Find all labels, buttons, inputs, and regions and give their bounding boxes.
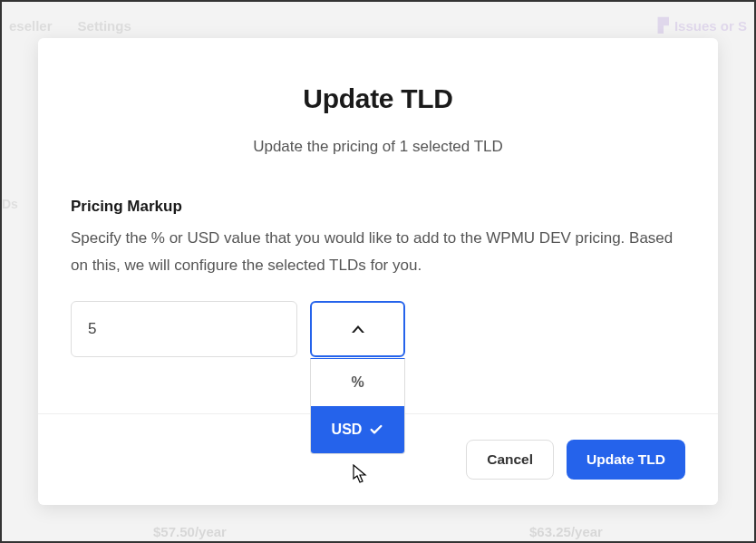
dropdown-option-usd[interactable]: USD xyxy=(311,406,404,453)
pricing-markup-desc: Specify the % or USD value that you woul… xyxy=(71,225,685,279)
dropdown-option-label: % xyxy=(351,374,363,391)
check-icon xyxy=(369,422,383,437)
modal-title: Update TLD xyxy=(71,83,685,114)
cancel-button[interactable]: Cancel xyxy=(466,440,554,480)
chevron-up-icon xyxy=(352,325,364,333)
dropdown-option-percent[interactable]: % xyxy=(311,359,404,406)
markup-value-input[interactable] xyxy=(71,301,297,357)
dropdown-option-label: USD xyxy=(332,422,363,438)
modal-subtitle: Update the pricing of 1 selected TLD xyxy=(71,138,685,156)
markup-unit-dropdown-menu: % USD xyxy=(310,358,405,454)
update-tld-modal: Update TLD Update the pricing of 1 selec… xyxy=(38,38,718,505)
markup-unit-dropdown-toggle[interactable] xyxy=(310,301,405,357)
pricing-markup-label: Pricing Markup xyxy=(71,198,685,216)
update-tld-button[interactable]: Update TLD xyxy=(567,440,685,480)
